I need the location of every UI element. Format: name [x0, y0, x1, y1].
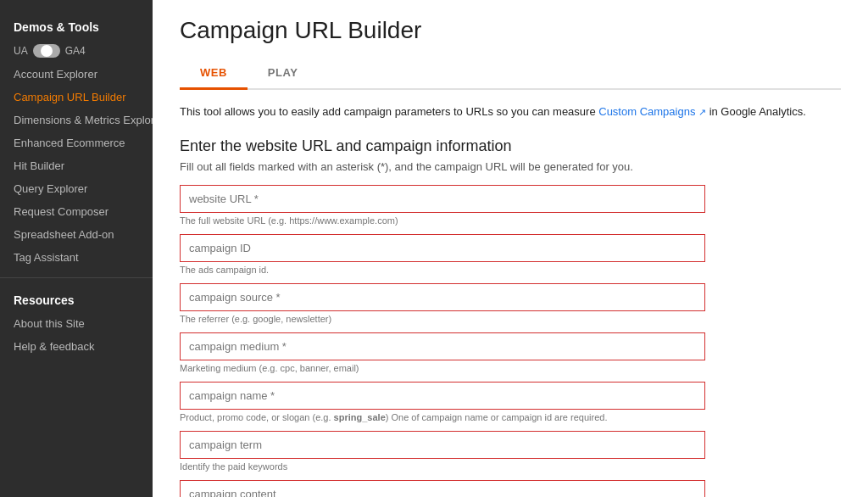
field-group-campaign-term: Identify the paid keywords [180, 431, 841, 472]
field-group-campaign-content: Use to differentiate ads [180, 480, 841, 498]
sidebar-item-about-site[interactable]: About this Site [0, 312, 153, 335]
section-subtext: Fill out all fields marked with an aster… [180, 160, 841, 173]
sidebar-item-spreadsheet-addon[interactable]: Spreadsheet Add-on [0, 223, 153, 246]
campaign-term-input[interactable] [180, 431, 705, 459]
campaign-term-hint: Identify the paid keywords [180, 461, 705, 472]
sidebar-resources-title: Resources [0, 287, 153, 312]
campaign-medium-input[interactable] [180, 332, 705, 360]
sidebar-item-tag-assistant[interactable]: Tag Assistant [0, 246, 153, 269]
campaign-id-hint: The ads campaign id. [180, 265, 705, 275]
sidebar-item-request-composer[interactable]: Request Composer [0, 200, 153, 223]
campaign-name-input[interactable] [180, 382, 705, 410]
campaign-name-hint: Product, promo code, or slogan (e.g. spr… [180, 412, 705, 422]
field-group-campaign-name: Product, promo code, or slogan (e.g. spr… [180, 382, 841, 422]
field-group-campaign-source: The referrer (e.g. google, newsletter) [180, 283, 841, 324]
sidebar-item-enhanced-ecommerce[interactable]: Enhanced Ecommerce [0, 131, 153, 154]
campaign-source-input[interactable] [180, 283, 705, 311]
campaign-content-input[interactable] [180, 480, 705, 498]
external-link-icon: ↗ [698, 107, 706, 117]
campaign-name-hint-bold: spring_sale [334, 412, 386, 422]
sidebar-item-account-explorer[interactable]: Account Explorer [0, 63, 153, 86]
campaign-name-hint-part2: ) One of campaign name or campaign id ar… [386, 412, 608, 422]
campaign-id-input[interactable] [180, 234, 705, 262]
description-text2: in Google Analytics. [706, 105, 806, 118]
sidebar-item-campaign-url-builder[interactable]: Campaign URL Builder [0, 86, 153, 109]
custom-campaigns-link[interactable]: Custom Campaigns ↗ [598, 105, 706, 118]
sidebar-item-query-explorer[interactable]: Query Explorer [0, 177, 153, 200]
tabs-bar: WEB PLAY [180, 58, 841, 90]
page-title: Campaign URL Builder [180, 17, 841, 44]
sidebar-item-help-feedback[interactable]: Help & feedback [0, 335, 153, 358]
ua-ga4-toggle-row: UA GA4 [0, 39, 153, 63]
field-group-campaign-medium: Marketing medium (e.g. cpc, banner, emai… [180, 332, 841, 373]
tab-play[interactable]: PLAY [248, 58, 318, 90]
toggle-ua-label: UA [14, 45, 28, 57]
website-url-input[interactable] [180, 185, 705, 213]
ua-ga4-toggle[interactable] [33, 44, 60, 58]
tab-web[interactable]: WEB [180, 58, 248, 90]
sidebar-item-dimensions-metrics[interactable]: Dimensions & Metrics Explorer [0, 109, 153, 131]
sidebar-divider [0, 277, 153, 278]
campaign-name-hint-part1: Product, promo code, or slogan (e.g. [180, 412, 334, 422]
website-url-hint: The full website URL (e.g. https://www.e… [180, 215, 705, 226]
campaign-medium-hint: Marketing medium (e.g. cpc, banner, emai… [180, 363, 705, 373]
field-group-campaign-id: The ads campaign id. [180, 234, 841, 275]
main-content: Campaign URL Builder WEB PLAY This tool … [153, 0, 868, 497]
sidebar-item-hit-builder[interactable]: Hit Builder [0, 154, 153, 177]
campaign-source-hint: The referrer (e.g. google, newsletter) [180, 314, 705, 324]
sidebar: Demos & Tools UA GA4 Account Explorer Ca… [0, 0, 153, 497]
section-heading: Enter the website URL and campaign infor… [180, 137, 841, 155]
description-text: This tool allows you to easily add campa… [180, 105, 598, 118]
field-group-website-url: The full website URL (e.g. https://www.e… [180, 185, 841, 226]
toggle-ga4-label: GA4 [65, 45, 86, 57]
sidebar-demos-tools-title: Demos & Tools [0, 14, 153, 39]
tool-description: This tool allows you to easily add campa… [180, 103, 841, 120]
